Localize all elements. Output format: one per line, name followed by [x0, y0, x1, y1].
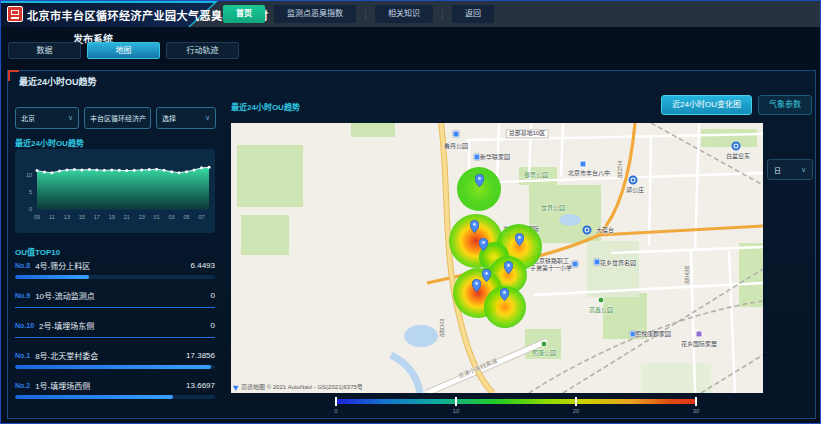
list-item-line: No.102号-填埋场东侧0 [15, 319, 215, 331]
svg-text:17: 17 [94, 214, 100, 220]
scale-tick-label: 0 [334, 408, 337, 414]
map-canvas[interactable]: 看丹公园总部基地10区新华联家园御景公园北京市丰台八中郭公庄白盆窑东世界公园大葆… [231, 123, 763, 393]
trend-chart-title: 最近24小时OU趋势 [15, 137, 84, 148]
list-item[interactable]: No.18号-北天堂村委会17.3856 [15, 349, 215, 379]
map-pin-icon[interactable] [500, 287, 509, 305]
nav-separator [442, 9, 443, 20]
map-pin-icon[interactable] [470, 219, 479, 237]
list-item-value: 6.4493 [191, 261, 215, 270]
svg-text:0: 0 [29, 206, 32, 212]
list-item-bar [15, 395, 215, 399]
list-item-line: No.21号-填埋场西侧13.6697 [15, 379, 215, 391]
svg-text:11: 11 [49, 214, 55, 220]
publish-tab-2[interactable]: 地图 [87, 42, 160, 59]
home-icon [696, 331, 703, 338]
list-item[interactable]: No.910号-流动监测点0 [15, 289, 215, 319]
map-pin-icon[interactable] [482, 268, 491, 286]
list-item-value: 0 [211, 321, 215, 330]
poi-icon [453, 131, 460, 138]
svg-text:01: 01 [154, 214, 160, 220]
list-item[interactable]: No.102号-填埋场东侧0 [15, 319, 215, 349]
scale-tick-label: 20 [573, 408, 580, 414]
list-item-bar-fill [15, 395, 173, 399]
map-label: 世界公园 [541, 205, 565, 212]
metro-icon [732, 142, 741, 151]
metro-icon [583, 226, 592, 235]
scale-tick-mark [695, 397, 697, 406]
filter-select-value: 北京 [21, 113, 35, 123]
map-attribution-text: 高德地图 © 2021 AutoNavi - GS(2021)6375号 [241, 382, 363, 391]
list-item-value: 13.6697 [186, 381, 215, 390]
map-label: 白盆窑东 [726, 153, 750, 160]
scale-tick-mark [335, 397, 337, 406]
publish-tab-1[interactable]: 数据 [8, 42, 81, 59]
list-item-rank: No.8 [15, 262, 30, 269]
list-item[interactable]: No.21号-填埋场西侧13.6697 [15, 379, 215, 409]
nav-tab-1[interactable]: 首页 [223, 5, 265, 23]
leaf-icon [541, 341, 548, 348]
map-label: 花乡国际家居 [681, 341, 717, 348]
list-item-name: 2号-填埋场东侧 [39, 320, 210, 331]
list-item-value: 17.3856 [186, 351, 215, 360]
list-item-rank: No.2 [15, 382, 30, 389]
scale-tick-label: 30 [693, 408, 700, 414]
nav-separator [365, 9, 366, 20]
svg-text:07: 07 [198, 214, 204, 220]
map-label: 熙悦康郡家园 [635, 331, 671, 338]
map-pin-icon[interactable] [475, 173, 484, 191]
scale-tick-mark [455, 397, 457, 406]
map-pin-icon[interactable] [472, 278, 481, 296]
filter-select-3[interactable]: 选择∨ [156, 107, 216, 129]
metro-icon [629, 176, 638, 185]
chevron-down-icon: ∨ [801, 166, 806, 174]
chevron-down-icon: ∨ [149, 114, 151, 122]
main-nav: 首页监测点恶臭指数相关知识返回 [223, 5, 494, 23]
ou-top10-list: No.84号-筛分上料区6.4493No.910号-流动监测点0No.102号-… [15, 259, 215, 409]
list-item-bar [15, 275, 215, 279]
map-section-title: 最近24小时OU趋势 [231, 101, 300, 112]
map-attribution: 高德地图 © 2021 AutoNavi - GS(2021)6375号 [234, 382, 363, 391]
nav-tab-2[interactable]: 监测点恶臭指数 [274, 5, 356, 23]
list-item-bar-fill [15, 365, 211, 369]
map-button-2[interactable]: 气象参数 [758, 95, 812, 115]
list-item-bar-fill [15, 275, 89, 279]
list-item[interactable]: No.84号-筛分上料区6.4493 [15, 259, 215, 289]
ou-top10-title: OU值TOP10 [15, 246, 60, 257]
map-pin-icon[interactable] [515, 232, 524, 250]
top-header: 北京市丰台区循环经济产业园大气恶臭状况实时 首页监测点恶臭指数相关知识返回 [1, 1, 820, 27]
scale-tick-mark [575, 397, 577, 406]
list-item-zero-line [15, 337, 215, 338]
filter-row: 北京∨丰台区循环经济产∨选择∨ [15, 107, 216, 129]
map-button-1[interactable]: 近24小时OU变化图 [661, 95, 752, 115]
svg-text:13: 13 [64, 214, 70, 220]
map-pin-icon[interactable] [479, 237, 488, 255]
list-item-bar [15, 365, 215, 369]
map-pin-icon[interactable] [504, 260, 513, 278]
trend-chart-svg: 0510 091113151719212301030507 [15, 149, 215, 233]
ou-color-gradient [336, 399, 696, 404]
ou-color-scale: 0102030 [336, 397, 696, 415]
list-item-name: 10号-流动监测点 [35, 290, 210, 301]
map-label: 丰科路 [615, 160, 622, 178]
chevron-down-icon: ∨ [68, 114, 73, 122]
filter-select-1[interactable]: 北京∨ [15, 107, 79, 129]
publish-tab-3[interactable]: 行动轨迹 [166, 42, 239, 59]
nav-tab-4[interactable]: 返回 [452, 5, 494, 23]
svg-text:21: 21 [124, 214, 130, 220]
app-logo [7, 6, 23, 22]
chevron-down-icon: ∨ [205, 114, 210, 122]
list-item-name: 4号-筛分上料区 [35, 260, 190, 271]
poi-icon [572, 261, 579, 268]
filter-select-2[interactable]: 丰台区循环经济产∨ [84, 107, 151, 129]
map-label: 高鑫公园 [589, 307, 613, 314]
list-item-rank: No.10 [15, 322, 34, 329]
nav-tab-3[interactable]: 相关知识 [375, 5, 433, 23]
map-label: 看丹公园 [444, 143, 468, 150]
svg-text:19: 19 [109, 214, 115, 220]
amap-logo-icon [233, 383, 240, 391]
map-label: 郭公庄 [626, 187, 644, 194]
time-range-select[interactable]: 日 ∨ [767, 159, 813, 180]
svg-text:03: 03 [169, 214, 175, 220]
map-label: 新华联家园 [480, 154, 510, 161]
list-item-rank: No.9 [15, 292, 30, 299]
